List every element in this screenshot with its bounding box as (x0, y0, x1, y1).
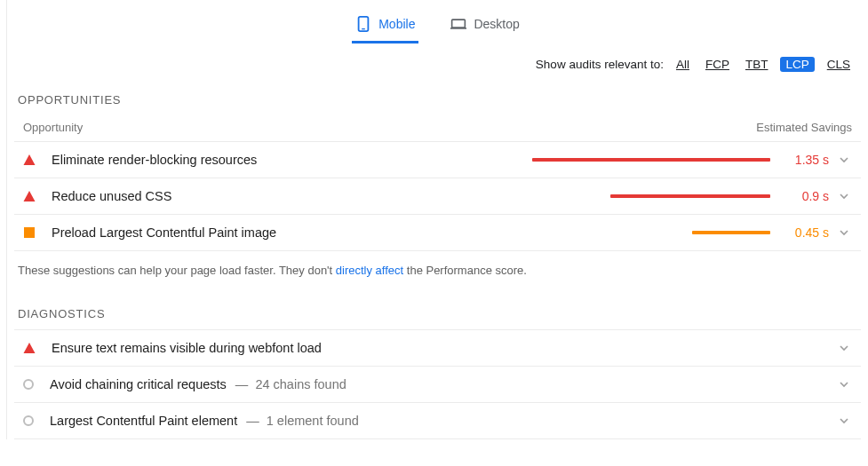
chevron-down-icon (836, 343, 852, 353)
opp-header-right: Estimated Savings (756, 121, 852, 134)
diagnostic-title: Ensure text remains visible during webfo… (52, 341, 322, 355)
opportunity-row[interactable]: Eliminate render-blocking resources1.35 … (14, 142, 861, 178)
svg-marker-6 (24, 343, 36, 353)
opportunities-note: These suggestions can help your page loa… (14, 251, 861, 286)
diagnostic-detail: — 24 chains found (232, 377, 346, 391)
mobile-icon (355, 16, 371, 32)
savings-bar (532, 158, 770, 162)
opportunity-title: Reduce unused CSS (52, 189, 171, 203)
filter-all[interactable]: All (673, 57, 693, 72)
audit-filter: Show audits relevant to: All FCP TBT LCP… (7, 44, 868, 72)
opportunities-section: OPPORTUNITIES Opportunity Estimated Savi… (7, 72, 868, 286)
diagnostic-title: Avoid chaining critical requests (50, 377, 227, 391)
triangle-icon (23, 154, 36, 166)
diagnostic-row[interactable]: Avoid chaining critical requests — 24 ch… (14, 367, 861, 403)
circle-icon (23, 379, 34, 390)
diagnostic-row[interactable]: Ensure text remains visible during webfo… (14, 330, 861, 367)
note-after: the Performance score. (403, 264, 527, 277)
svg-rect-1 (362, 28, 365, 29)
diagnostic-title: Largest Contentful Paint element (50, 414, 237, 428)
opportunities-header: Opportunity Estimated Savings (14, 115, 861, 142)
savings-value: 1.35 s (783, 153, 829, 167)
opportunity-title: Eliminate render-blocking resources (52, 153, 257, 167)
svg-marker-5 (24, 191, 36, 201)
tab-desktop-label: Desktop (474, 17, 519, 31)
audit-filter-label: Show audits relevant to: (536, 58, 664, 71)
note-link[interactable]: directly affect (336, 264, 403, 277)
chevron-down-icon (836, 415, 852, 426)
diagnostic-detail: — 1 element found (243, 414, 359, 428)
filter-lcp[interactable]: LCP (780, 57, 814, 72)
opp-header-left: Opportunity (23, 121, 83, 134)
filter-cls[interactable]: CLS (824, 57, 854, 72)
chevron-down-icon (836, 154, 852, 165)
diagnostic-row[interactable]: Largest Contentful Paint element — 1 ele… (14, 403, 861, 439)
svg-rect-3 (450, 28, 466, 29)
triangle-icon (23, 342, 36, 354)
diagnostics-title: DIAGNOSTICS (14, 286, 861, 329)
opportunity-row[interactable]: Preload Largest Contentful Paint image0.… (14, 215, 861, 251)
note-before: These suggestions can help your page loa… (18, 264, 336, 277)
savings-bar (532, 231, 770, 234)
tab-mobile-label: Mobile (378, 17, 415, 31)
filter-fcp[interactable]: FCP (702, 57, 733, 72)
desktop-icon (450, 16, 466, 32)
filter-tbt[interactable]: TBT (742, 57, 772, 72)
chevron-down-icon (836, 227, 852, 238)
square-icon (24, 227, 35, 238)
opportunity-row[interactable]: Reduce unused CSS0.9 s (14, 178, 861, 215)
savings-bar (532, 194, 770, 198)
opportunity-title: Preload Largest Contentful Paint image (52, 225, 276, 240)
tab-desktop[interactable]: Desktop (447, 11, 522, 43)
chevron-down-icon (836, 191, 852, 201)
diagnostics-section: DIAGNOSTICS Ensure text remains visible … (7, 286, 868, 439)
device-tabs: Mobile Desktop (7, 0, 868, 44)
chevron-down-icon (836, 379, 852, 390)
triangle-icon (23, 190, 36, 202)
savings-value: 0.45 s (783, 225, 829, 240)
opportunities-title: OPPORTUNITIES (14, 72, 861, 115)
savings-value: 0.9 s (783, 189, 829, 203)
circle-icon (23, 415, 34, 426)
svg-marker-4 (24, 154, 36, 165)
tab-mobile[interactable]: Mobile (352, 11, 418, 43)
svg-rect-2 (452, 20, 466, 28)
